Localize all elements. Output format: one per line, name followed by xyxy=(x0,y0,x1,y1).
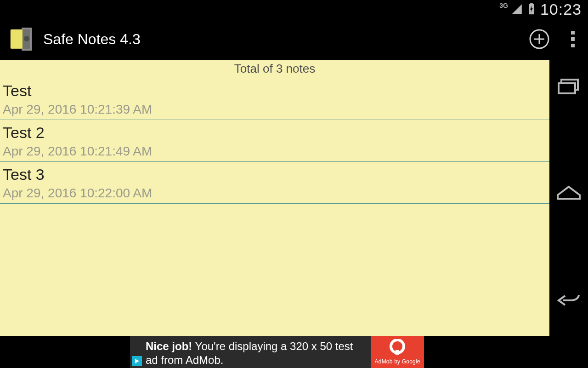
app-title: Safe Notes 4.3 xyxy=(43,31,529,48)
svg-rect-15 xyxy=(559,83,575,93)
status-clock: 10:23 xyxy=(540,0,582,18)
svg-point-4 xyxy=(24,36,29,41)
note-item[interactable]: Test 3 Apr 29, 2016 10:22:00 AM xyxy=(0,162,549,204)
ad-banner[interactable]: Nice job! You're displaying a 320 x 50 t… xyxy=(130,336,424,368)
svg-rect-1 xyxy=(530,3,533,4)
app-bar: Safe Notes 4.3 xyxy=(0,18,588,60)
adchoices-icon[interactable] xyxy=(132,356,142,366)
note-timestamp: Apr 29, 2016 10:21:49 AM xyxy=(3,144,547,159)
ad-text: Nice job! You're displaying a 320 x 50 t… xyxy=(130,336,371,368)
notes-count-header: Total of 3 notes xyxy=(0,60,549,78)
battery-icon xyxy=(527,3,536,16)
ad-brand-label: AdMob by Google xyxy=(375,358,420,365)
home-button[interactable] xyxy=(556,184,582,202)
ad-brand-badge: AdMob by Google xyxy=(371,336,424,368)
note-item[interactable]: Test 2 Apr 29, 2016 10:21:49 AM xyxy=(0,120,549,162)
notes-panel: Total of 3 notes Test Apr 29, 2016 10:21… xyxy=(0,60,549,336)
network-type-label: 3G xyxy=(499,2,508,9)
note-title: Test xyxy=(3,81,547,101)
system-nav-bar xyxy=(549,18,588,368)
recent-apps-button[interactable] xyxy=(557,77,581,95)
svg-rect-13 xyxy=(396,350,399,355)
add-note-button[interactable] xyxy=(529,29,549,49)
note-timestamp: Apr 29, 2016 10:22:00 AM xyxy=(3,185,547,201)
ad-text-bold: Nice job! xyxy=(146,340,192,352)
note-item[interactable]: Test Apr 29, 2016 10:21:39 AM xyxy=(0,78,549,120)
status-bar: 3G 10:23 xyxy=(0,0,588,18)
back-button[interactable] xyxy=(556,291,582,310)
app-icon xyxy=(6,26,36,52)
svg-rect-5 xyxy=(11,29,23,49)
note-title: Test 2 xyxy=(3,123,547,143)
signal-icon xyxy=(511,3,523,15)
admob-icon xyxy=(389,339,406,356)
note-title: Test 3 xyxy=(3,165,547,184)
note-timestamp: Apr 29, 2016 10:21:39 AM xyxy=(3,102,547,117)
